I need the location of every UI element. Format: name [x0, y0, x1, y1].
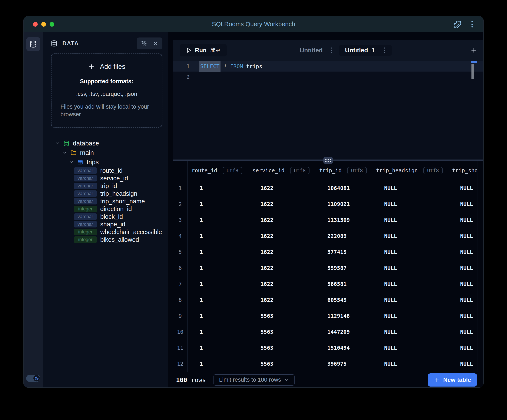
line-number: 2 — [173, 74, 190, 80]
table-cell: 1 — [188, 308, 248, 324]
table-cell: NULL — [372, 228, 448, 244]
table-cell: NULL — [448, 356, 477, 372]
extension-puzzle-icon[interactable] — [454, 21, 461, 28]
table-cell: 1109021 — [315, 196, 372, 212]
limit-label: Limit results to 100 rows — [219, 377, 281, 383]
table-cell: 1510494 — [315, 340, 372, 356]
table-row: 2 1 1622 1109021 NULL NULL — [173, 196, 477, 212]
plus-icon — [434, 377, 440, 383]
pin-off-icon — [141, 40, 147, 47]
tree-item-table-trips[interactable]: trips — [43, 157, 168, 167]
table-cell: 5563 — [248, 324, 315, 340]
row-number-cell: 10 — [173, 324, 188, 340]
limit-rows-dropdown[interactable]: Limit results to 100 rows — [213, 374, 295, 386]
row-number-cell: 8 — [173, 292, 188, 308]
minimize-window-button[interactable] — [41, 22, 46, 27]
table-cell: NULL — [372, 180, 448, 196]
row-number-cell: 4 — [173, 228, 188, 244]
titlebar: SQLRooms Query Workbench — [24, 16, 483, 32]
table-cell: NULL — [448, 244, 477, 260]
tree-column-item[interactable]: varchar shape_id — [43, 221, 168, 228]
tree-column-item[interactable]: integer bikes_allowed — [43, 236, 168, 243]
column-type-badge: varchar — [74, 198, 97, 205]
database-icon — [30, 41, 37, 48]
data-panel-rail-button[interactable] — [26, 37, 40, 51]
dark-mode-toggle[interactable] — [26, 375, 40, 382]
table-cell: NULL — [372, 260, 448, 276]
table-cell: NULL — [372, 212, 448, 228]
chevron-down-icon[interactable] — [55, 141, 60, 146]
table-column-header[interactable]: trip_short_name Utf8 — [448, 161, 477, 180]
tree-column-item[interactable]: integer wheelchair_accessible — [43, 228, 168, 236]
tree-column-item[interactable]: varchar route_id — [43, 167, 168, 174]
table-cell: 1129148 — [315, 308, 372, 324]
table-cell: 1064081 — [315, 180, 372, 196]
new-table-label: New table — [443, 377, 471, 383]
table-cell: NULL — [448, 180, 477, 196]
close-panel-button[interactable] — [153, 41, 159, 46]
editor-line[interactable]: 1 SELECT * FROM trips — [173, 61, 483, 71]
table-cell: 1 — [188, 356, 248, 372]
run-query-button[interactable]: Run ⌘↵ — [180, 44, 227, 57]
supported-formats-list: .csv, .tsv, .parquet, .json — [76, 91, 137, 97]
tree-column-item[interactable]: integer direction_id — [43, 205, 168, 213]
tree-column-item[interactable]: varchar trip_id — [43, 182, 168, 190]
table-row: 7 1 1622 566581 NULL NULL — [173, 276, 477, 292]
table-row: 11 1 5563 1510494 NULL NULL — [173, 340, 477, 356]
column-name: trip_short_name — [100, 198, 145, 205]
table-column-header[interactable]: trip_id Utf8 — [315, 161, 372, 180]
editor-line[interactable]: 2 — [173, 71, 483, 82]
tree-item-schema-main[interactable]: main — [43, 148, 168, 157]
close-window-button[interactable] — [33, 22, 38, 27]
table-cell: NULL — [448, 212, 477, 228]
unpin-panel-button[interactable] — [141, 40, 147, 47]
panel-title: DATA — [62, 40, 79, 47]
table-column-header[interactable]: trip_headsign Utf8 — [372, 161, 448, 180]
tab-menu-kebab-icon[interactable] — [383, 47, 386, 54]
table-cell: 1622 — [248, 244, 315, 260]
table-cell: NULL — [448, 228, 477, 244]
table-column-header[interactable]: route_id Utf8 — [188, 161, 248, 180]
tree-column-item[interactable]: varchar block_id — [43, 213, 168, 221]
table-cell: NULL — [448, 308, 477, 324]
editor-scrollbar-thumb[interactable] — [472, 64, 474, 79]
tree-column-item[interactable]: varchar trip_headsign — [43, 190, 168, 197]
tree-item-database[interactable]: database — [43, 139, 168, 148]
table-cell: 1622 — [248, 292, 315, 308]
table-column-header[interactable]: service_id Utf8 — [248, 161, 315, 180]
table-cell: NULL — [372, 196, 448, 212]
column-header-name: service_id — [253, 167, 285, 174]
zoom-window-button[interactable] — [49, 22, 54, 27]
pane-splitter[interactable] — [173, 160, 483, 161]
file-dropzone[interactable]: Add files Supported formats: .csv, .tsv,… — [51, 53, 162, 128]
row-count: 100 — [176, 376, 187, 384]
chevron-down-icon[interactable] — [69, 160, 74, 164]
tree-column-item[interactable]: varchar trip_short_name — [43, 197, 168, 205]
table-cell: NULL — [448, 260, 477, 276]
tab-untitled[interactable]: Untitled — [300, 47, 323, 54]
new-table-button[interactable]: New table — [428, 373, 477, 387]
table-row: 10 1 5563 1447209 NULL NULL — [173, 324, 477, 340]
window-menu-kebab-icon[interactable] — [471, 20, 474, 28]
table-row: 8 1 1622 605543 NULL NULL — [173, 292, 477, 308]
chevron-down-icon[interactable] — [62, 150, 67, 155]
table-cell: 222089 — [315, 228, 372, 244]
database-tree: database main — [43, 139, 168, 243]
table-row: 3 1 1622 1131309 NULL NULL — [173, 212, 477, 228]
row-number-cell: 7 — [173, 276, 188, 292]
add-files-action[interactable]: Add files — [88, 63, 125, 71]
app-window: SQLRooms Query Workbench — [23, 16, 484, 388]
new-tab-button[interactable] — [470, 47, 477, 54]
table-cell: 1622 — [248, 212, 315, 228]
column-type-badge: varchar — [74, 214, 97, 220]
column-name: wheelchair_accessible — [100, 228, 162, 235]
table-cell: NULL — [372, 292, 448, 308]
table-cell: NULL — [448, 276, 477, 292]
tree-column-item[interactable]: varchar service_id — [43, 174, 168, 182]
table-cell: NULL — [448, 196, 477, 212]
tab-untitled-1[interactable]: Untitled_1 — [339, 45, 392, 56]
sql-editor[interactable]: 1 SELECT * FROM trips 2 — [173, 61, 483, 160]
tab-menu-kebab-icon[interactable] — [330, 47, 333, 54]
table-row: 12 1 5563 396975 NULL NULL — [173, 356, 477, 372]
tree-label: main — [80, 149, 94, 156]
